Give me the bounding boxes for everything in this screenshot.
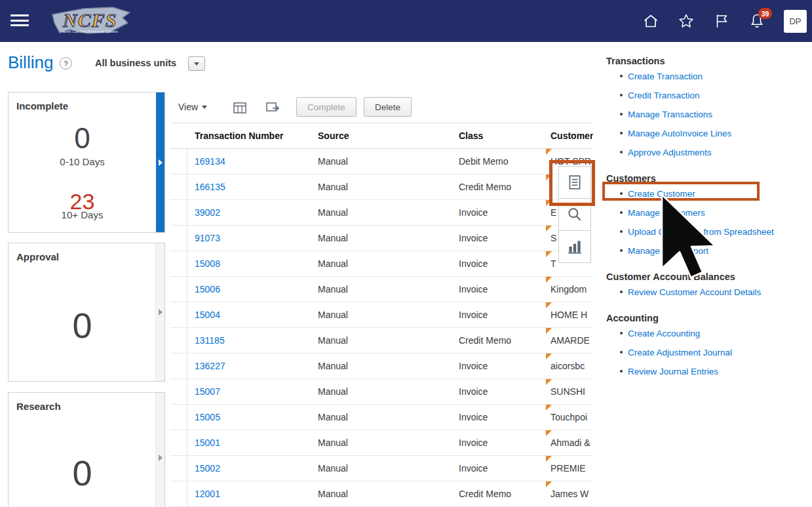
task-link[interactable]: Manage AutoInvoice Lines: [628, 129, 731, 138]
task-item[interactable]: Create Accounting: [606, 324, 803, 343]
row-selector-cell[interactable]: [170, 481, 187, 506]
table-row[interactable]: 166135 Manual Credit Memo: [170, 174, 593, 200]
help-icon[interactable]: ?: [60, 57, 72, 70]
row-selector-cell[interactable]: [170, 379, 187, 404]
task-link[interactable]: Manage Customers: [628, 208, 705, 218]
table-grid-icon[interactable]: [233, 101, 247, 115]
table-row[interactable]: 12001 Manual Credit Memo James W: [170, 481, 593, 507]
table-row[interactable]: 169134 Manual Debit Memo HOT SPR: [170, 149, 593, 174]
row-selector-cell[interactable]: [170, 328, 187, 353]
row-selector-cell[interactable]: [170, 456, 187, 481]
table-row[interactable]: 15001 Manual Invoice Ahmadi &: [170, 430, 593, 456]
infotile-incomplete[interactable]: Incomplete 0 0-10 Days 23 10+ Days: [8, 92, 165, 233]
user-avatar[interactable]: DP: [784, 10, 807, 33]
reports-bar-chart-icon[interactable]: [558, 230, 591, 263]
task-link[interactable]: Manage Data Import: [628, 246, 708, 256]
transaction-number-link[interactable]: 15001: [195, 437, 220, 448]
row-selector-cell[interactable]: [170, 251, 187, 276]
row-selector-cell[interactable]: [170, 354, 187, 378]
notification-count-badge: 39: [758, 8, 772, 19]
task-link[interactable]: Manage Transactions: [628, 110, 712, 119]
task-item[interactable]: Upload Customers from Spreadsheet: [606, 222, 803, 241]
task-link[interactable]: Create Accounting: [628, 329, 700, 338]
table-row[interactable]: 15005 Manual Invoice Touchpoi: [170, 405, 593, 430]
table-row[interactable]: 136227 Manual Invoice aicorsbc: [170, 354, 593, 379]
infotile-expand-strip[interactable]: [155, 393, 164, 507]
complete-button[interactable]: Complete: [296, 97, 357, 117]
customer-name: T: [551, 258, 556, 269]
transaction-number-link[interactable]: 169134: [195, 156, 225, 167]
view-menu[interactable]: View: [178, 102, 207, 112]
task-link[interactable]: Create Adjustment Journal: [628, 348, 732, 357]
home-icon[interactable]: [642, 12, 659, 30]
transaction-number-link[interactable]: 15007: [195, 386, 220, 397]
task-link[interactable]: Create Customer: [628, 189, 695, 199]
row-selector-cell[interactable]: [170, 302, 187, 327]
column-header-customer[interactable]: Customer: [546, 131, 593, 141]
transaction-number-link[interactable]: 131185: [195, 335, 225, 346]
task-link[interactable]: Upload Customers from Spreadsheet: [628, 227, 774, 237]
transaction-number-link[interactable]: 12001: [195, 489, 220, 499]
task-link[interactable]: Review Journal Entries: [628, 367, 718, 376]
task-item[interactable]: Approve Adjustments: [606, 143, 803, 162]
task-item[interactable]: Manage AutoInvoice Lines: [606, 124, 803, 143]
column-header-class[interactable]: Class: [459, 131, 546, 141]
task-item[interactable]: Review Customer Account Details: [606, 283, 803, 302]
transaction-number-link[interactable]: 15006: [195, 284, 220, 294]
column-header-source[interactable]: Source: [318, 131, 459, 141]
transaction-number-link[interactable]: 91073: [195, 233, 220, 243]
task-item[interactable]: Review Journal Entries: [606, 362, 803, 381]
task-link[interactable]: Approve Adjustments: [628, 148, 712, 157]
notifications-bell-icon[interactable]: 39: [748, 12, 765, 30]
row-selector-cell[interactable]: [170, 277, 187, 302]
row-selector-cell[interactable]: [170, 200, 187, 225]
transaction-number-link[interactable]: 39002: [195, 207, 220, 218]
export-icon[interactable]: [265, 101, 280, 115]
business-unit-dropdown[interactable]: [188, 56, 205, 71]
search-icon[interactable]: [558, 198, 591, 231]
orange-flag-marker: [546, 251, 552, 257]
row-selector-cell[interactable]: [170, 226, 187, 251]
table-row[interactable]: 39002 Manual Invoice E: [170, 200, 593, 226]
task-item[interactable]: Create Transaction: [606, 67, 803, 86]
row-selector-cell[interactable]: [170, 149, 187, 174]
task-link[interactable]: Credit Transaction: [628, 91, 700, 100]
row-selector-cell[interactable]: [170, 430, 187, 455]
transaction-number-link[interactable]: 136227: [195, 361, 225, 371]
transaction-number-link[interactable]: 15004: [195, 310, 220, 320]
task-link[interactable]: Create Transaction: [628, 71, 703, 81]
task-item[interactable]: Manage Transactions: [606, 105, 803, 124]
table-row[interactable]: 91073 Manual Invoice S: [170, 226, 593, 251]
infotile-expand-strip[interactable]: [156, 92, 164, 232]
tasks-document-icon[interactable]: [558, 166, 591, 199]
table-row[interactable]: 15002 Manual Invoice PREMIE: [170, 456, 593, 481]
task-link[interactable]: Review Customer Account Details: [628, 287, 761, 297]
table-header-row: Transaction Number Source Class Customer: [170, 123, 593, 149]
transaction-number-link[interactable]: 15002: [195, 463, 220, 474]
favorites-star-icon[interactable]: [678, 12, 695, 30]
table-row[interactable]: 15006 Manual Invoice Kingdom: [170, 277, 593, 302]
infotile-approval[interactable]: Approval 0: [8, 243, 165, 382]
infotile-expand-strip[interactable]: [155, 243, 164, 381]
table-row[interactable]: 15008 Manual Invoice T: [170, 251, 593, 277]
class-cell: Credit Memo: [459, 481, 546, 506]
task-item[interactable]: Create Customer: [606, 184, 803, 203]
table-row[interactable]: 15004 Manual Invoice HOME H: [170, 302, 593, 328]
task-item[interactable]: Manage Customers: [606, 203, 803, 222]
announcements-flag-icon[interactable]: [713, 12, 730, 30]
table-row[interactable]: 15007 Manual Invoice SUNSHI: [170, 379, 593, 405]
infotile-title: Research: [16, 401, 61, 412]
infotile-research[interactable]: Research 0: [8, 392, 165, 507]
task-item[interactable]: Manage Data Import: [606, 241, 803, 260]
transaction-number-link[interactable]: 15008: [195, 258, 220, 269]
column-header-transaction-number[interactable]: Transaction Number: [187, 131, 318, 141]
task-item[interactable]: Credit Transaction: [606, 86, 803, 105]
table-row[interactable]: 131185 Manual Credit Memo AMARDE: [170, 328, 593, 354]
delete-button[interactable]: Delete: [364, 97, 412, 117]
transaction-number-link[interactable]: 166135: [195, 182, 225, 192]
transaction-number-link[interactable]: 15005: [195, 412, 220, 422]
row-selector-cell[interactable]: [170, 174, 187, 199]
task-item[interactable]: Create Adjustment Journal: [606, 343, 803, 362]
row-selector-cell[interactable]: [170, 405, 187, 430]
hamburger-menu-icon[interactable]: [10, 14, 29, 28]
